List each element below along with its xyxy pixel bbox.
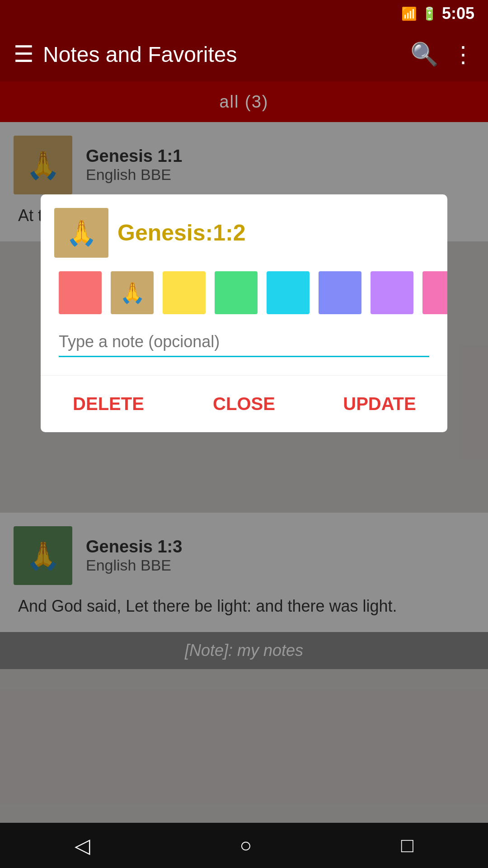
app-title: Notes and Favorites: [43, 42, 401, 67]
modal-header: 🙏 Genesis:1:2: [41, 194, 447, 258]
app-bar: ☰ Notes and Favorites 🔍 ⋮: [0, 27, 488, 81]
modal-dialog: 🙏 Genesis:1:2 🙏 DELETE CLOSE: [41, 194, 447, 432]
swatch-cyan[interactable]: [267, 271, 310, 314]
status-time: 5:05: [442, 4, 474, 23]
battery-icon: 🔋: [422, 6, 437, 21]
tab-all[interactable]: all (3): [219, 92, 268, 112]
note-input[interactable]: [59, 328, 429, 357]
modal-overlay: 🙏 Genesis:1:2 🙏 DELETE CLOSE: [0, 122, 488, 868]
nav-bar: ◁ ○ □: [0, 823, 488, 868]
tab-bar[interactable]: all (3): [0, 81, 488, 122]
swatch-indigo[interactable]: [319, 271, 361, 314]
color-swatches-container: 🙏: [41, 258, 447, 328]
close-button[interactable]: CLOSE: [176, 376, 312, 432]
swatch-green[interactable]: [215, 271, 258, 314]
menu-icon[interactable]: ☰: [14, 41, 34, 67]
app-bar-actions: 🔍 ⋮: [410, 41, 474, 67]
modal-image: 🙏: [54, 208, 108, 258]
note-input-area: [41, 328, 447, 366]
swatch-pink[interactable]: [422, 271, 447, 314]
swatch-purple[interactable]: [371, 271, 413, 314]
swatch-image[interactable]: 🙏: [111, 271, 154, 314]
update-button[interactable]: UPDATE: [312, 376, 447, 432]
swatch-red[interactable]: [59, 271, 102, 314]
signal-icon: 📶: [401, 6, 417, 21]
modal-title: Genesis:1:2: [117, 220, 245, 246]
modal-buttons: DELETE CLOSE UPDATE: [41, 375, 447, 432]
home-icon[interactable]: ○: [239, 834, 252, 857]
recent-icon[interactable]: □: [401, 834, 413, 857]
swatch-yellow[interactable]: [163, 271, 206, 314]
back-icon[interactable]: ◁: [75, 834, 90, 858]
delete-button[interactable]: DELETE: [41, 376, 176, 432]
status-icons: 📶 🔋: [401, 6, 437, 21]
status-bar: 📶 🔋 5:05: [0, 0, 488, 27]
more-icon[interactable]: ⋮: [452, 41, 474, 67]
bg-content: 🙏 Genesis 1:1 English BBE At the first G…: [0, 122, 488, 868]
search-icon[interactable]: 🔍: [410, 41, 438, 67]
